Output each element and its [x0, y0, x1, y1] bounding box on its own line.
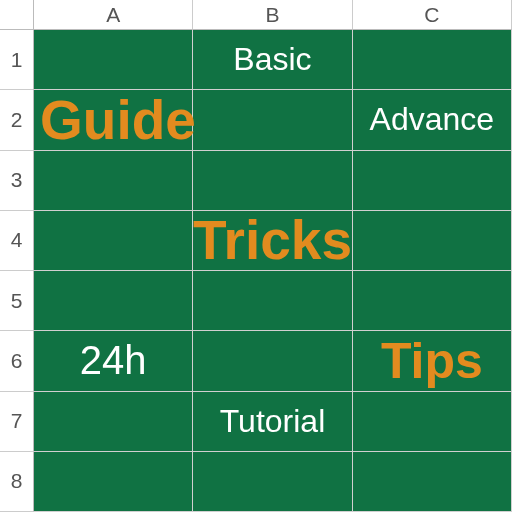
- cell-B4[interactable]: Tricks: [193, 211, 352, 271]
- cell-B8[interactable]: [193, 452, 352, 512]
- col-header-B[interactable]: B: [193, 0, 352, 30]
- cell-C2-text: Advance: [370, 101, 495, 138]
- cell-B3[interactable]: [193, 151, 352, 211]
- row-header-6[interactable]: 6: [0, 331, 34, 391]
- row-header-3[interactable]: 3: [0, 151, 34, 211]
- cell-B1-text: Basic: [233, 41, 311, 78]
- cell-A6[interactable]: 24h: [34, 331, 193, 391]
- cell-A2-text: Guide: [40, 88, 196, 152]
- spreadsheet-grid: A B C 1 Basic 2 Guide Advance 3 4 Tricks…: [0, 0, 512, 512]
- col-header-C[interactable]: C: [353, 0, 512, 30]
- cell-A6-text: 24h: [80, 338, 147, 383]
- cell-B6[interactable]: [193, 331, 352, 391]
- cell-A2[interactable]: Guide: [34, 90, 193, 150]
- row-header-7[interactable]: 7: [0, 392, 34, 452]
- cell-A3[interactable]: [34, 151, 193, 211]
- cell-B7-text: Tutorial: [220, 403, 326, 440]
- cell-C6[interactable]: Tips: [353, 331, 512, 391]
- cell-C7[interactable]: [353, 392, 512, 452]
- cell-C5[interactable]: [353, 271, 512, 331]
- row-header-8[interactable]: 8: [0, 452, 34, 512]
- cell-C2[interactable]: Advance: [353, 90, 512, 150]
- row-header-1[interactable]: 1: [0, 30, 34, 90]
- cell-C1[interactable]: [353, 30, 512, 90]
- cell-A4[interactable]: [34, 211, 193, 271]
- col-header-A[interactable]: A: [34, 0, 193, 30]
- cell-C6-text: Tips: [381, 332, 483, 390]
- cell-C8[interactable]: [353, 452, 512, 512]
- cell-B4-text: Tricks: [193, 208, 352, 272]
- cell-C4[interactable]: [353, 211, 512, 271]
- cell-A8[interactable]: [34, 452, 193, 512]
- cell-A5[interactable]: [34, 271, 193, 331]
- cell-B7[interactable]: Tutorial: [193, 392, 352, 452]
- cell-A7[interactable]: [34, 392, 193, 452]
- corner-select-all[interactable]: [0, 0, 34, 30]
- cell-A1[interactable]: [34, 30, 193, 90]
- row-header-4[interactable]: 4: [0, 211, 34, 271]
- cell-B1[interactable]: Basic: [193, 30, 352, 90]
- cell-C3[interactable]: [353, 151, 512, 211]
- cell-B2[interactable]: [193, 90, 352, 150]
- row-header-2[interactable]: 2: [0, 90, 34, 150]
- cell-B5[interactable]: [193, 271, 352, 331]
- row-header-5[interactable]: 5: [0, 271, 34, 331]
